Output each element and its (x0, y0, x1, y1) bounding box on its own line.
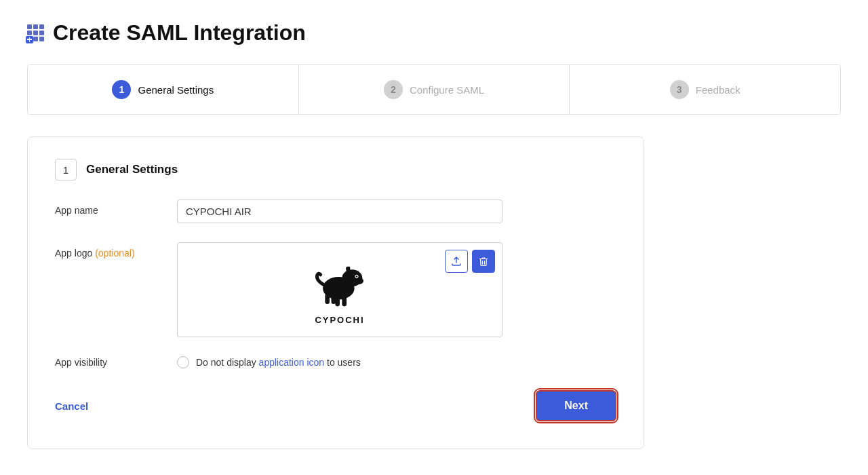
step-2[interactable]: 2 Configure SAML (299, 65, 570, 114)
visibility-control: Do not display application icon to users (177, 356, 361, 368)
form-footer: Cancel Next (55, 390, 616, 421)
app-logo-label: App logo (optional) (55, 242, 163, 259)
page-title: Create SAML Integration (53, 20, 306, 45)
upload-icon (451, 256, 462, 267)
page-header: Create SAML Integration (27, 20, 841, 45)
dog-logo-image (306, 255, 374, 309)
logo-actions (445, 250, 495, 273)
logo-control-area: CYPOCHI (177, 242, 616, 337)
svg-point-2 (355, 277, 363, 284)
app-name-control (177, 200, 616, 223)
app-name-label: App name (55, 200, 163, 216)
step-1[interactable]: 1 General Settings (28, 65, 299, 114)
section-header: 1 General Settings (55, 159, 616, 180)
form-card: 1 General Settings App name App logo (op… (27, 136, 644, 449)
section-title: General Settings (86, 163, 178, 176)
step-2-number: 2 (384, 80, 403, 99)
visibility-radio[interactable] (177, 356, 189, 368)
logo-display: CYPOCHI (306, 255, 374, 325)
svg-point-8 (356, 276, 358, 278)
svg-rect-3 (335, 296, 340, 306)
step-3-number: 3 (670, 80, 689, 99)
svg-rect-4 (342, 296, 347, 306)
stepper: 1 General Settings 2 Configure SAML 3 Fe… (27, 64, 841, 115)
svg-rect-6 (332, 294, 336, 304)
step-3[interactable]: 3 Feedback (570, 65, 840, 114)
delete-logo-button[interactable] (472, 250, 495, 273)
section-number: 1 (55, 159, 77, 180)
next-button[interactable]: Next (536, 390, 616, 421)
step-2-label: Configure SAML (410, 84, 484, 96)
trash-icon (479, 256, 488, 267)
visibility-row: App visibility Do not display applicatio… (55, 356, 616, 368)
app-icon (27, 24, 45, 42)
step-1-number: 1 (112, 80, 131, 99)
upload-logo-button[interactable] (445, 250, 468, 273)
app-logo-row: App logo (optional) (55, 242, 616, 337)
visibility-option-text: Do not display application icon to users (196, 357, 361, 368)
logo-upload-box: CYPOCHI (177, 242, 502, 337)
cancel-button[interactable]: Cancel (55, 395, 88, 417)
visibility-label: App visibility (55, 357, 163, 368)
app-name-input[interactable] (177, 200, 502, 223)
app-name-row: App name (55, 200, 616, 223)
logo-brand-text: CYPOCHI (315, 315, 364, 325)
step-1-label: General Settings (138, 84, 214, 96)
svg-rect-5 (325, 294, 330, 304)
step-3-label: Feedback (696, 84, 741, 96)
